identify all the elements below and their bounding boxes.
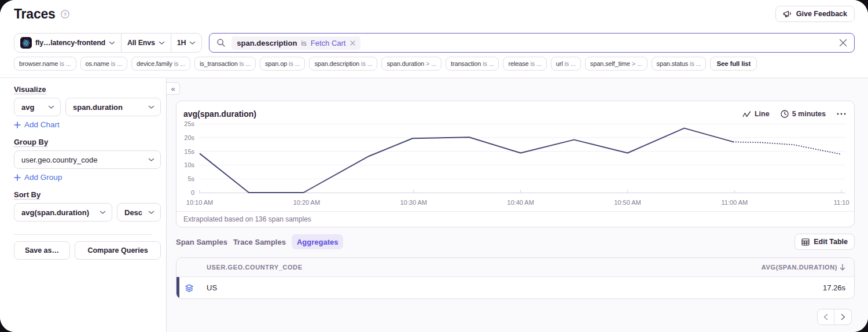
series-color-swatch: [176, 277, 179, 298]
give-feedback-button[interactable]: Give Feedback: [775, 6, 855, 22]
samples-tabs: Span SamplesTrace SamplesAggregates Edit…: [176, 234, 855, 250]
svg-text:10:50 AM: 10:50 AM: [614, 199, 641, 206]
chart-interval-button[interactable]: 5 minutes: [781, 110, 826, 118]
next-page-button[interactable]: [834, 309, 852, 325]
search-token[interactable]: span.description is Fetch Cart: [231, 36, 361, 50]
filter-chip-browser.name[interactable]: browser.nameis ...: [14, 57, 76, 71]
duration-line-chart: 05s10s15s20s25s10:10 AM10:20 AM10:30 AM1…: [176, 120, 854, 211]
chevron-right-icon: [841, 313, 845, 320]
edit-table-button[interactable]: Edit Table: [795, 234, 855, 250]
chevron-down-icon: [148, 211, 155, 215]
visualize-field-select[interactable]: span.duration: [65, 98, 161, 116]
group-by-select[interactable]: user.geo.country_code: [14, 150, 161, 169]
stacked-spans-icon[interactable]: [185, 283, 194, 293]
filter-chip-span.duration[interactable]: span.duration> ...: [381, 57, 442, 71]
filter-chip-transaction[interactable]: transactionis ...: [446, 57, 499, 71]
filter-chip-device.family[interactable]: device.familyis ...: [131, 57, 190, 71]
tab-span-samples[interactable]: Span Samples: [176, 234, 227, 249]
tab-trace-samples[interactable]: Trace Samples: [233, 234, 286, 249]
search-clear-icon[interactable]: [839, 39, 847, 47]
token-remove-icon[interactable]: [350, 40, 355, 46]
aggregates-table: USER.GEO.COUNTRY_CODE AVG(SPAN.DURATION)…: [176, 257, 855, 299]
filter-chip-span.description[interactable]: span.descriptionis ...: [309, 57, 377, 71]
environment-selector[interactable]: All Envs: [122, 34, 171, 52]
chart-title: avg(span.duration): [183, 109, 256, 119]
chevron-left-icon: [823, 313, 828, 320]
chart-panel: avg(span.duration) Line 5 minutes: [176, 101, 855, 227]
filter-chip-os.name[interactable]: os.nameis ...: [80, 57, 127, 71]
country-code-value: US: [207, 283, 217, 292]
svg-text:10:10 AM: 10:10 AM: [186, 199, 214, 206]
column-header-country-code[interactable]: USER.GEO.COUNTRY_CODE: [176, 264, 303, 271]
time-range-selector[interactable]: 1H: [171, 34, 202, 52]
chevron-down-icon: [189, 41, 196, 45]
svg-text:10:20 AM: 10:20 AM: [293, 199, 321, 206]
plus-icon: [14, 121, 21, 128]
table-icon: [801, 238, 810, 246]
traces-page: Traces ? Give Feedback fly…latency-front…: [0, 0, 868, 332]
svg-text:0: 0: [191, 189, 194, 196]
filter-chip-release[interactable]: releaseis ...: [503, 57, 546, 71]
svg-text:20s: 20s: [184, 134, 194, 141]
main-content: « avg(span.duration) Line 5 minutes: [167, 78, 868, 332]
column-header-avg-duration[interactable]: AVG(SPAN.DURATION): [762, 264, 854, 271]
collapse-sidebar-button[interactable]: «: [167, 82, 180, 95]
chevron-down-icon: [159, 41, 165, 45]
see-full-list-button[interactable]: See full list: [710, 57, 757, 71]
add-group-button[interactable]: Add Group: [14, 173, 161, 182]
sort-by-heading: Sort By: [14, 190, 161, 199]
svg-text:11:10: 11:10: [834, 199, 849, 206]
svg-text:15s: 15s: [184, 148, 194, 155]
group-by-heading: Group By: [14, 138, 161, 146]
filter-chip-span.op[interactable]: span.opis ...: [260, 57, 305, 71]
help-icon[interactable]: ?: [61, 10, 69, 19]
visualize-heading: Visualize: [14, 85, 161, 94]
query-sidebar: Visualize avg span.duration Add Chart Gr…: [0, 78, 167, 332]
plus-icon: [14, 174, 21, 181]
svg-text:11:00 AM: 11:00 AM: [721, 199, 748, 206]
svg-text:10s: 10s: [184, 161, 194, 168]
previous-page-button[interactable]: [817, 309, 834, 325]
chevron-down-icon: [109, 41, 115, 45]
chevron-down-icon: [148, 158, 155, 162]
page-title: Traces: [14, 6, 56, 22]
filter-chip-is_transaction[interactable]: is_transactionis ...: [194, 57, 256, 71]
line-chart-icon: [742, 111, 751, 117]
sidebar-divider: [14, 234, 152, 235]
svg-text:25s: 25s: [184, 120, 194, 127]
avg-duration-value: 17.26s: [823, 283, 854, 292]
svg-text:10:30 AM: 10:30 AM: [400, 199, 427, 206]
chevron-down-icon: [148, 105, 155, 109]
page-filter-bar: fly…latency-frontend All Envs 1H: [14, 33, 202, 53]
aggregate-select[interactable]: avg: [14, 98, 61, 116]
add-chart-button[interactable]: Add Chart: [14, 120, 161, 129]
page-header: Traces ? Give Feedback fly…latency-front…: [0, 0, 868, 78]
react-project-icon: [20, 37, 32, 49]
chart-footnote: Extrapolated based on 136 span samples: [176, 211, 854, 227]
chart-more-options-button[interactable]: [837, 113, 846, 115]
chevron-down-icon: [48, 105, 54, 109]
suggested-filters-row: browser.nameis ...os.nameis ...device.fa…: [14, 57, 855, 71]
svg-text:5s: 5s: [187, 175, 194, 182]
chevron-down-icon: [100, 211, 106, 215]
sort-field-select[interactable]: avg(span.duration): [14, 203, 112, 222]
filter-chip-span.self_time[interactable]: span.self_time> ...: [585, 57, 648, 71]
project-selector[interactable]: fly…latency-frontend: [14, 34, 121, 52]
svg-text:?: ?: [63, 11, 67, 17]
save-as-button[interactable]: Save as…: [14, 241, 70, 260]
megaphone-icon: [783, 10, 792, 19]
search-input[interactable]: span.description is Fetch Cart: [209, 33, 855, 53]
sort-direction-select[interactable]: Desc: [117, 203, 161, 222]
tab-aggregates[interactable]: Aggregates: [292, 234, 344, 249]
sort-desc-icon: [840, 264, 845, 271]
search-icon: [216, 38, 226, 47]
filter-chip-url[interactable]: urlis ...: [551, 57, 581, 71]
filter-chip-span.status[interactable]: span.statusis ...: [652, 57, 707, 71]
pagination: [176, 309, 855, 325]
svg-text:10:40 AM: 10:40 AM: [507, 199, 534, 206]
clock-icon: [781, 110, 789, 118]
compare-queries-button[interactable]: Compare Queries: [75, 241, 161, 260]
chart-type-line-button[interactable]: Line: [742, 110, 770, 118]
ellipsis-icon: [837, 113, 846, 115]
table-row[interactable]: US 17.26s: [176, 277, 854, 298]
